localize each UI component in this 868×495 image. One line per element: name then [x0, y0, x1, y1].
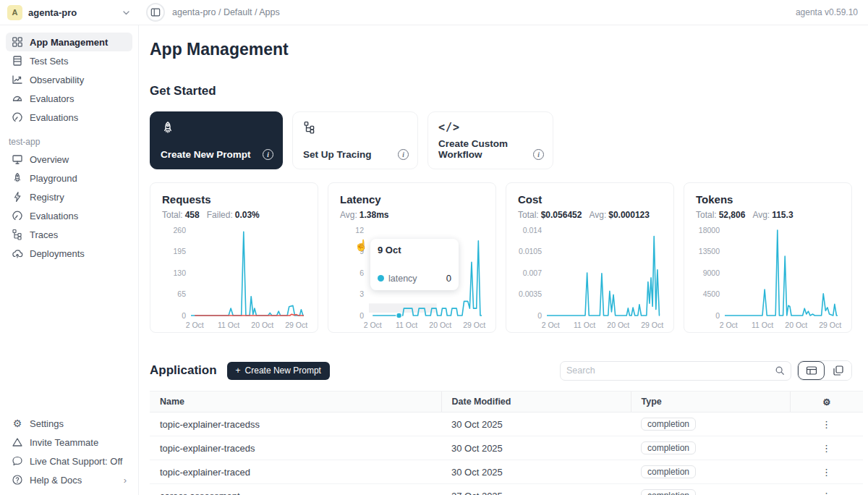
grid-icon: [12, 36, 23, 48]
svg-text:0: 0: [715, 311, 720, 320]
chart-stats: Total:458Failed:0.03%: [162, 210, 318, 220]
sidebar-item-traces[interactable]: Traces: [6, 225, 132, 244]
svg-text:20 Oct: 20 Oct: [429, 321, 451, 329]
sidebar-item-overview[interactable]: Overview: [6, 150, 132, 169]
sidebar-item-settings[interactable]: ⚙ Settings: [6, 414, 132, 433]
svg-text:2 Oct: 2 Oct: [186, 321, 204, 329]
table-view-button[interactable]: [798, 361, 825, 380]
sidebar-item-test-sets[interactable]: Test Sets: [6, 51, 132, 70]
sidebar-item-evaluators[interactable]: Evaluators: [6, 89, 132, 108]
search-box: [560, 361, 791, 381]
sidebar-item-app-management[interactable]: App Management: [6, 33, 132, 51]
table-row[interactable]: career-assessment 27 Oct 2025 completion…: [150, 484, 863, 495]
app-date: 27 Oct 2025: [441, 484, 631, 495]
card-view-button[interactable]: [825, 361, 851, 380]
stat-value: 0.03%: [235, 210, 260, 220]
set-up-tracing-card[interactable]: Set Up Tracing i: [292, 111, 418, 169]
search-icon[interactable]: [775, 365, 785, 376]
mouse-cursor-icon: ☝: [354, 239, 368, 252]
sidebar-item-label: Evaluators: [30, 93, 74, 104]
search-input[interactable]: [566, 365, 775, 376]
column-header-name: Name: [150, 392, 441, 412]
stat-label: Total:: [162, 210, 183, 220]
svg-text:11 Oct: 11 Oct: [396, 321, 417, 329]
sidebar-item-live-chat[interactable]: Live Chat Support: Off: [6, 452, 132, 470]
create-new-prompt-card[interactable]: Create New Prompt i: [150, 111, 283, 169]
gauge-icon: [12, 93, 23, 104]
sidebar-item-label: Overview: [30, 154, 69, 165]
svg-text:2 Oct: 2 Oct: [364, 321, 382, 329]
tokens-chart-card: Tokens Total:52,806Avg:115.3 04500900013…: [684, 182, 852, 333]
svg-text:3: 3: [359, 289, 364, 298]
table-row[interactable]: topic-explainer-traceds 30 Oct 2025 comp…: [150, 436, 863, 460]
requests-chart: 0651301952602 Oct11 Oct20 Oct29 Oct: [162, 224, 308, 333]
info-icon[interactable]: i: [263, 149, 273, 160]
svg-text:0: 0: [537, 311, 542, 320]
table-icon: [12, 55, 23, 67]
table-row[interactable]: topic-explainer-traced 30 Oct 2025 compl…: [150, 460, 863, 484]
sidebar-item-label: Traces: [30, 229, 58, 240]
monitor-icon: [12, 153, 23, 165]
sidebar-collapse-button[interactable]: [146, 3, 165, 22]
view-toggle: [797, 360, 852, 381]
row-menu-icon[interactable]: ⋮: [790, 412, 863, 436]
table-row[interactable]: topic-explainer-tracedss 30 Oct 2025 com…: [150, 412, 863, 436]
create-custom-workflow-card[interactable]: </> Create Custom Workflow i: [427, 111, 553, 169]
svg-text:20 Oct: 20 Oct: [785, 321, 807, 329]
svg-text:29 Oct: 29 Oct: [285, 321, 307, 329]
stat-label: Avg:: [340, 210, 357, 220]
svg-text:20 Oct: 20 Oct: [251, 321, 273, 329]
sidebar-item-evaluations-app[interactable]: Evaluations: [6, 206, 132, 225]
svg-text:4500: 4500: [703, 289, 720, 298]
breadcrumb[interactable]: agenta-pro / Default / Apps: [172, 7, 280, 17]
info-icon[interactable]: i: [398, 149, 409, 160]
stat-value: 52,806: [719, 210, 746, 220]
sidebar-item-deployments[interactable]: Deployments: [6, 244, 132, 263]
page-title: App Management: [150, 40, 863, 59]
create-new-prompt-button[interactable]: + Create New Prompt: [227, 362, 330, 380]
rocket-icon: [161, 125, 175, 138]
tooltip-value: 0: [446, 273, 451, 284]
svg-text:9000: 9000: [703, 268, 720, 277]
svg-text:0.0035: 0.0035: [519, 289, 542, 298]
sidebar-item-registry[interactable]: Registry: [6, 187, 132, 206]
speedometer-icon: [12, 111, 23, 123]
sidebar-item-invite-teammate[interactable]: Invite Teammate: [6, 433, 132, 452]
type-badge: completion: [641, 489, 696, 495]
svg-text:260: 260: [173, 226, 186, 234]
sidebar-item-label: Help & Docs: [30, 475, 82, 486]
applications-table: Name Date Modified Type ⚙ topic-explaine…: [150, 391, 863, 495]
svg-text:6: 6: [359, 268, 364, 277]
sidebar-item-label: Evaluations: [30, 112, 78, 123]
sidebar-item-label: Registry: [30, 192, 64, 203]
svg-text:2 Oct: 2 Oct: [542, 321, 560, 329]
sidebar-app-section-label: test-app: [9, 137, 132, 147]
sidebar-item-playground[interactable]: Playground: [6, 169, 132, 187]
info-icon[interactable]: i: [533, 149, 544, 160]
tooltip-series-name: latency: [388, 274, 417, 284]
stat-value: 1.38ms: [359, 210, 389, 220]
sidebar: App Management Test Sets Observability E…: [0, 25, 139, 495]
type-badge: completion: [641, 441, 696, 454]
svg-text:65: 65: [177, 289, 186, 298]
workspace-switcher[interactable]: A agenta-pro: [0, 0, 139, 25]
workspace-avatar: A: [7, 5, 22, 20]
svg-text:130: 130: [173, 268, 186, 277]
sidebar-item-help-docs[interactable]: Help & Docs ›: [6, 470, 132, 489]
plus-icon: +: [236, 365, 241, 376]
svg-text:29 Oct: 29 Oct: [819, 321, 841, 329]
sidebar-item-evaluations[interactable]: Evaluations: [6, 108, 132, 127]
app-date: 30 Oct 2025: [441, 460, 631, 484]
row-menu-icon[interactable]: ⋮: [790, 460, 863, 484]
sidebar-item-observability[interactable]: Observability: [6, 70, 132, 89]
stat-label: Avg:: [589, 210, 606, 220]
application-header: Application + Create New Prompt: [150, 360, 863, 381]
svg-text:11 Oct: 11 Oct: [752, 321, 773, 329]
row-menu-icon[interactable]: ⋮: [790, 436, 863, 460]
svg-text:29 Oct: 29 Oct: [641, 321, 663, 329]
card-label: Set Up Tracing: [303, 149, 372, 160]
column-settings-gear-icon[interactable]: ⚙: [790, 392, 863, 412]
svg-text:11 Oct: 11 Oct: [218, 321, 239, 329]
stat-value: 458: [185, 210, 200, 220]
row-menu-icon[interactable]: ⋮: [790, 484, 863, 495]
